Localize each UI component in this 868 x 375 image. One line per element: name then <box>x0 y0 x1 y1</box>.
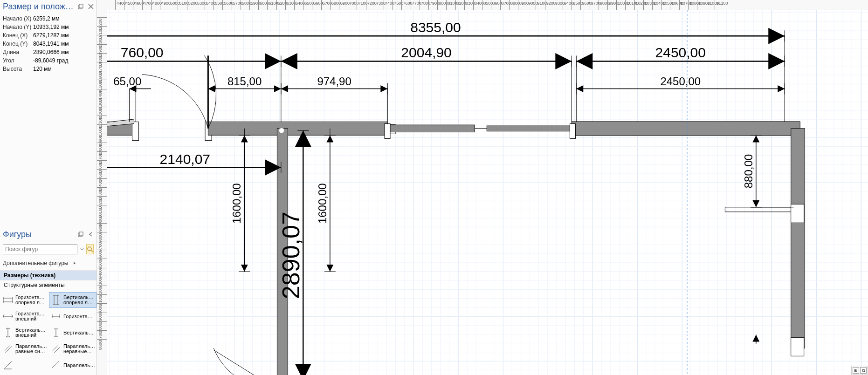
dim-vert-icon <box>50 294 62 306</box>
drawing-viewport[interactable]: 8355,00760,002004,902450,0065,00815,0097… <box>107 10 868 375</box>
svg-rect-30 <box>132 122 139 141</box>
svg-text:2004,90: 2004,90 <box>401 45 451 60</box>
shape-horizontal-baseline[interactable]: Горизонта…опорная л… <box>1 292 48 308</box>
search-icon[interactable] <box>86 244 94 254</box>
shape-blank[interactable] <box>1 357 48 373</box>
svg-text:8355,00: 8355,00 <box>410 20 461 35</box>
svg-line-28 <box>52 361 59 368</box>
panel-close-icon[interactable] <box>86 2 94 12</box>
search-dropdown-icon[interactable] <box>78 244 85 254</box>
dim-par-icon <box>50 360 62 371</box>
dim-ang-icon <box>2 360 14 371</box>
svg-line-24 <box>4 345 11 352</box>
svg-text:2450,00: 2450,00 <box>660 75 701 88</box>
svg-rect-1 <box>79 4 83 8</box>
prop-row-end-x[interactable]: Конец (X)6279,1287 мм <box>0 31 96 40</box>
corner-btn-2[interactable]: ⧉ <box>860 367 867 374</box>
dim-par-neq-icon <box>50 343 62 355</box>
shape-parallel-equal[interactable]: Параллель…равные сн… <box>1 341 48 357</box>
svg-text:974,90: 974,90 <box>317 75 351 88</box>
shape-categories: Размеры (техника) Структурные элементы <box>0 270 96 290</box>
corner-btn-1[interactable]: ⊞ <box>853 367 859 374</box>
category-structural[interactable]: Структурные элементы <box>0 280 96 290</box>
shape-parallel[interactable]: Параллель… <box>49 357 96 373</box>
shape-horizontal[interactable]: Горизонта… <box>49 308 96 324</box>
shape-vertical[interactable]: Вертикаль… <box>49 325 96 341</box>
ruler-corner <box>97 0 107 10</box>
shape-parallel-unequal[interactable]: Параллель…неравные… <box>49 341 96 357</box>
prop-row-angle[interactable]: Угол-89,6049 град <box>0 56 96 65</box>
svg-text:2890,07: 2890,07 <box>277 211 304 299</box>
dim-vert2-icon <box>50 327 62 338</box>
svg-point-48 <box>279 128 284 133</box>
svg-line-7 <box>91 250 93 252</box>
dim-horiz-out-icon <box>2 311 14 322</box>
ruler-horizontal[interactable]: 4400450046004700480049005000510052005300… <box>107 0 868 10</box>
dim-horiz-icon <box>2 294 14 306</box>
svg-text:880,00: 880,00 <box>742 154 755 188</box>
panel-restore-icon[interactable] <box>76 230 83 239</box>
shape-horizontal-outer[interactable]: Горизонта…внешний <box>1 308 48 324</box>
ruler-vertical[interactable]: 1220012100120001190011800117001160011500… <box>97 10 107 375</box>
size-position-panel-header: Размер и положен… <box>0 0 96 14</box>
prop-row-height[interactable]: Высота120 мм <box>0 65 96 73</box>
svg-line-26 <box>52 345 59 352</box>
more-shapes-link[interactable]: Дополнительные фигуры <box>0 256 96 270</box>
svg-line-25 <box>5 346 12 353</box>
shapes-panel-header: Фигуры <box>0 228 96 242</box>
dim-vert-out-icon <box>2 327 14 338</box>
svg-rect-44 <box>791 129 805 348</box>
svg-text:1600,00: 1600,00 <box>230 183 243 224</box>
dim-par-eq-icon <box>2 343 14 355</box>
panel-collapse-icon[interactable] <box>86 230 94 239</box>
prop-row-length[interactable]: Длина2890,0666 мм <box>0 48 96 56</box>
svg-text:65,00: 65,00 <box>113 75 141 88</box>
canvas-corner-controls[interactable]: ⊞ ⧉ <box>851 366 868 375</box>
shape-search-row <box>0 242 96 256</box>
svg-rect-46 <box>791 204 804 223</box>
svg-text:2450,00: 2450,00 <box>655 45 706 60</box>
shape-search-input[interactable] <box>3 244 77 254</box>
svg-rect-45 <box>725 207 800 212</box>
shape-vertical-baseline[interactable]: Вертикаль…опорная л… <box>49 292 96 308</box>
svg-point-6 <box>88 247 91 251</box>
shapes-title: Фигуры <box>3 230 76 239</box>
shape-grid: Горизонта…опорная л… Вертикаль…опорная л… <box>0 290 96 375</box>
svg-rect-5 <box>79 232 83 236</box>
svg-line-42 <box>214 350 276 375</box>
svg-text:1600,00: 1600,00 <box>316 183 329 224</box>
dim-horiz2-icon <box>50 311 62 322</box>
svg-rect-39 <box>570 123 575 138</box>
canvas-area[interactable]: 4400450046004700480049005000510052005300… <box>97 0 868 375</box>
category-dimensions[interactable]: Размеры (техника) <box>0 270 96 280</box>
panel-restore-icon[interactable] <box>76 2 83 12</box>
svg-line-27 <box>54 347 60 353</box>
svg-rect-32 <box>208 122 387 135</box>
size-position-properties: Начало (X)6259,2 мм Начало (Y)10933,192 … <box>0 14 96 73</box>
left-sidebar: Размер и положен… Начало (X)6259,2 мм На… <box>0 0 97 375</box>
svg-rect-35 <box>487 126 572 131</box>
svg-rect-47 <box>791 337 804 356</box>
svg-text:760,00: 760,00 <box>121 45 164 60</box>
chevron-right-icon <box>73 260 76 266</box>
shape-vertical-outer[interactable]: Вертикаль…внешний <box>1 325 48 341</box>
svg-text:2140,07: 2140,07 <box>160 151 210 167</box>
prop-row-start-y[interactable]: Начало (Y)10933,192 мм <box>0 23 96 31</box>
prop-row-start-x[interactable]: Начало (X)6259,2 мм <box>0 14 96 23</box>
svg-rect-38 <box>385 123 390 138</box>
size-position-title: Размер и положен… <box>3 2 76 12</box>
drawing-svg[interactable]: 8355,00760,002004,902450,0065,00815,0097… <box>107 10 868 375</box>
svg-text:815,00: 815,00 <box>227 75 262 88</box>
prop-row-end-y[interactable]: Конец (Y)8043,1941 мм <box>0 40 96 48</box>
svg-rect-34 <box>387 125 475 132</box>
svg-rect-37 <box>572 122 800 136</box>
